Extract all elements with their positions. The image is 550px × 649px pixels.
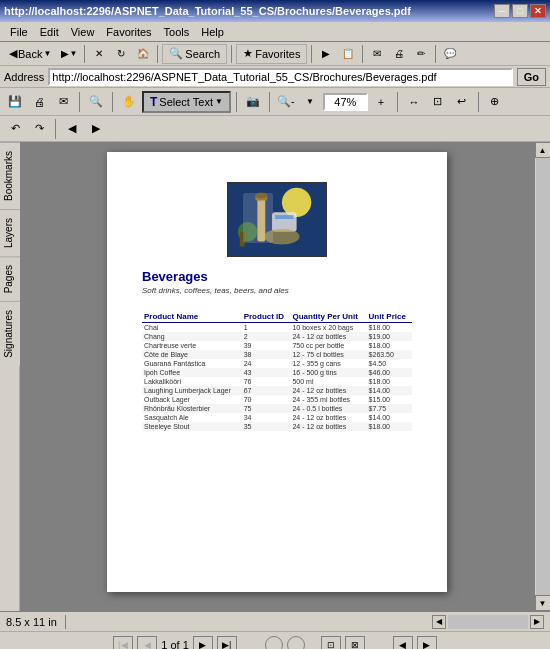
pdf-hand-btn[interactable]: ✋ (118, 91, 140, 113)
nav-prev-btn[interactable]: ◀ (137, 636, 157, 650)
pdf-page: Beverages Soft drinks, coffees, teas, be… (107, 152, 447, 592)
minimize-button[interactable]: ─ (494, 4, 510, 18)
history-button[interactable]: 📋 (338, 44, 358, 64)
nav-arrow-right[interactable]: ▶ (417, 636, 437, 650)
maximize-button[interactable]: □ (512, 4, 528, 18)
nav-next-btn[interactable]: ▶ (193, 636, 213, 650)
scroll-up-btn[interactable]: ▲ (535, 142, 551, 158)
pdf-snapshot-btn[interactable]: 📷 (242, 91, 264, 113)
home-icon: 🏠 (137, 48, 149, 59)
table-cell-8-2: 24 - 355 ml bottles (290, 395, 366, 404)
stop-icon: ✕ (95, 48, 103, 59)
titlebar: http://localhost:2296/ASPNET_Data_Tutori… (0, 0, 550, 22)
hscroll-left-btn[interactable]: ◀ (432, 615, 446, 629)
table-cell-6-1: 76 (242, 377, 291, 386)
scroll-track[interactable] (536, 158, 550, 595)
svg-point-7 (264, 229, 299, 245)
home-button[interactable]: 🏠 (133, 44, 153, 64)
sidebar-tab-pages[interactable]: Pages (0, 256, 20, 301)
table-cell-3-3: $263.50 (367, 350, 412, 359)
table-row: Chai110 boxes x 20 bags$18.00 (142, 323, 412, 333)
nav-extra-btn-1[interactable]: ⊡ (321, 636, 341, 650)
select-text-button[interactable]: T Select Text ▼ (142, 91, 231, 113)
pdf-save-btn[interactable]: 💾 (4, 91, 26, 113)
media-button[interactable]: ▶ (316, 44, 336, 64)
pdf-print-btn[interactable]: 🖨 (28, 91, 50, 113)
menu-help[interactable]: Help (195, 24, 230, 40)
search-button[interactable]: 🔍 Search (162, 44, 227, 64)
pdf-navbar: |◀ ◀ 1 of 1 ▶ ▶| ⊡ ⊠ ◀ ▶ (0, 631, 550, 649)
col-header-id: Product ID (242, 311, 291, 323)
pdf-redo-btn[interactable]: ↷ (28, 118, 50, 140)
sidebar-tab-signatures[interactable]: Signatures (0, 301, 20, 366)
sidebar-tab-layers[interactable]: Layers (0, 209, 20, 256)
menu-tools[interactable]: Tools (158, 24, 196, 40)
sidebar-tab-bookmarks[interactable]: Bookmarks (0, 142, 20, 209)
menu-favorites[interactable]: Favorites (100, 24, 157, 40)
refresh-button[interactable]: ↻ (111, 44, 131, 64)
close-button[interactable]: ✕ (530, 4, 546, 18)
titlebar-buttons: ─ □ ✕ (494, 4, 546, 18)
right-scrollbar[interactable]: ▲ ▼ (534, 142, 550, 611)
nav-first-btn[interactable]: |◀ (113, 636, 133, 650)
page-info-label: 1 of 1 (161, 639, 189, 650)
nav-circle-1[interactable] (265, 636, 283, 650)
pdf-document-title: Beverages (142, 269, 412, 284)
table-cell-8-3: $15.00 (367, 395, 412, 404)
hscroll-right-btn[interactable]: ▶ (530, 615, 544, 629)
table-row: Steeleye Stout3524 - 12 oz bottles$18.00 (142, 422, 412, 431)
address-input[interactable] (48, 68, 512, 86)
stop-button[interactable]: ✕ (89, 44, 109, 64)
back-arrow-icon: ◀ (9, 47, 17, 60)
go-button[interactable]: Go (517, 68, 546, 86)
pdf-zoom-in-btn[interactable]: + (370, 91, 392, 113)
table-cell-0-3: $18.00 (367, 323, 412, 333)
table-cell-9-1: 75 (242, 404, 291, 413)
pdf-sep-6 (478, 92, 479, 112)
nav-extra-btn-2[interactable]: ⊠ (345, 636, 365, 650)
pdf-page-left-btn[interactable]: ◀ (61, 118, 83, 140)
pdf-undo-btn[interactable]: ↶ (4, 118, 26, 140)
menu-edit[interactable]: Edit (34, 24, 65, 40)
pdf-more-btn[interactable]: ⊕ (484, 91, 506, 113)
pdf-sep-5 (397, 92, 398, 112)
nav-last-btn[interactable]: ▶| (217, 636, 237, 650)
forward-button[interactable]: ▶ ▼ (58, 44, 80, 64)
pdf-zoom-dropdown[interactable]: ▼ (299, 91, 321, 113)
pdf-search-btn[interactable]: 🔍 (85, 91, 107, 113)
nav-circle-2[interactable] (287, 636, 305, 650)
nav-arrow-left[interactable]: ◀ (393, 636, 413, 650)
statusbar-sep-1 (65, 615, 66, 629)
rotate-icon: ↩ (457, 95, 466, 108)
hscroll-track[interactable] (448, 615, 528, 629)
pdf-content-area: Beverages Soft drinks, coffees, teas, be… (20, 142, 534, 611)
back-button[interactable]: ◀ Back ▼ (4, 44, 56, 64)
mail-button[interactable]: ✉ (367, 44, 387, 64)
table-cell-4-1: 24 (242, 359, 291, 368)
edit-button[interactable]: ✏ (411, 44, 431, 64)
select-text-icon: T (150, 95, 157, 109)
favorites-button[interactable]: ★ Favorites (236, 44, 307, 64)
pdf-email-btn[interactable]: ✉ (52, 91, 74, 113)
zoom-in-icon: + (378, 96, 384, 108)
pdf-rotate-btn[interactable]: ↩ (451, 91, 473, 113)
scroll-down-btn[interactable]: ▼ (535, 595, 551, 611)
table-cell-4-0: Guaraná Fantástica (142, 359, 242, 368)
pdf-page-right-btn[interactable]: ▶ (85, 118, 107, 140)
menu-view[interactable]: View (65, 24, 101, 40)
discuss-button[interactable]: 💬 (440, 44, 460, 64)
table-row: Outback Lager7024 - 355 ml bottles$15.00 (142, 395, 412, 404)
print-button[interactable]: 🖨 (389, 44, 409, 64)
table-cell-4-2: 12 - 355 g cans (290, 359, 366, 368)
pdf-fit-page-btn[interactable]: ⊡ (427, 91, 449, 113)
pdf-zoom-out-btn[interactable]: 🔍- (275, 91, 297, 113)
table-cell-11-0: Steeleye Stout (142, 422, 242, 431)
titlebar-title: http://localhost:2296/ASPNET_Data_Tutori… (4, 5, 494, 17)
table-row: Chang224 - 12 oz bottles$19.00 (142, 332, 412, 341)
h-scrollbar[interactable]: ◀ ▶ (432, 615, 544, 629)
zoom-input[interactable] (323, 93, 368, 111)
favorites-label: Favorites (255, 48, 300, 60)
pdf-fit-width-btn[interactable]: ↔ (403, 91, 425, 113)
menu-file[interactable]: File (4, 24, 34, 40)
addressbar: Address Go (0, 66, 550, 88)
